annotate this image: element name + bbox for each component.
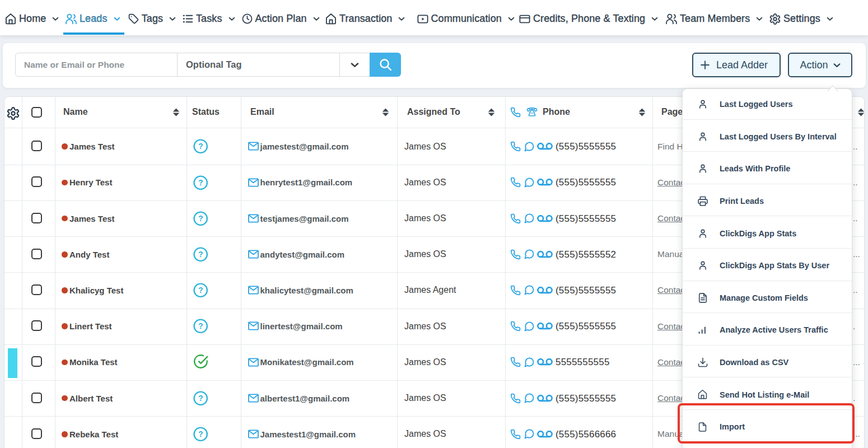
svg-text:?: ? [198, 394, 203, 403]
svg-text:?: ? [198, 142, 203, 151]
svg-text:?: ? [198, 214, 203, 223]
svg-text:?: ? [198, 286, 203, 295]
svg-text:?: ? [198, 178, 203, 187]
svg-text:?: ? [198, 322, 203, 331]
svg-text:?: ? [198, 250, 203, 259]
svg-text:?: ? [198, 430, 203, 438]
